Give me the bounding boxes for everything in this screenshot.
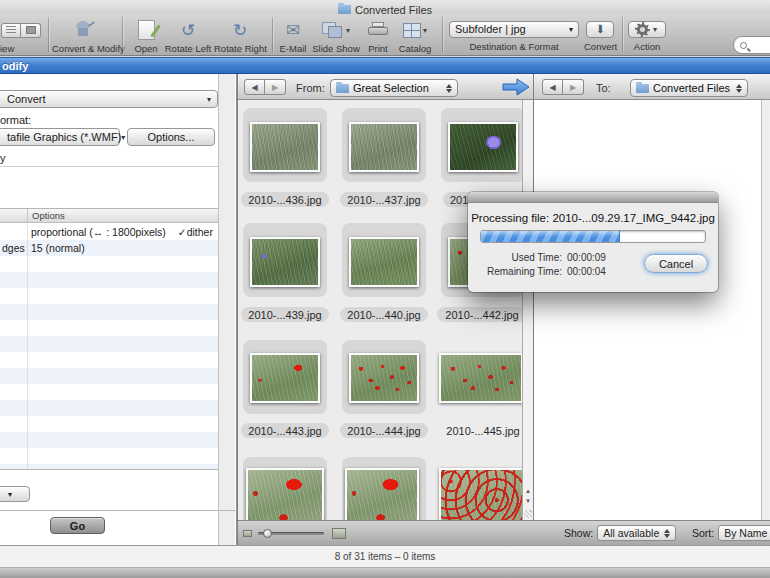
folder-icon bbox=[338, 5, 351, 14]
source-thumbnail-grid: 2010-...436.jpg 2010-...437.jpg 2010-...… bbox=[238, 100, 533, 520]
thumbnail-filename[interactable]: 2010-...445.jpg bbox=[437, 423, 529, 438]
thumbnail-photo[interactable] bbox=[439, 468, 525, 520]
divider bbox=[0, 510, 237, 511]
panel-divider bbox=[237, 74, 238, 545]
print-button[interactable]: Print bbox=[362, 18, 394, 54]
thumbnail-photo[interactable] bbox=[345, 468, 419, 520]
thumbnail-filename[interactable]: 2010-...443.jpg bbox=[241, 423, 329, 438]
thumbnail-photo[interactable] bbox=[448, 122, 518, 172]
show-popup[interactable]: All available bbox=[597, 525, 676, 541]
thumbnail-filename[interactable]: 2010-...440.jpg bbox=[340, 307, 428, 322]
source-folder-popup[interactable]: Great Selection bbox=[330, 79, 458, 97]
search-icon bbox=[740, 42, 747, 49]
convert-button[interactable]: ➥ Convert bbox=[584, 18, 616, 52]
chevron-down-icon: ▾ bbox=[121, 133, 125, 142]
thumbnail-photo[interactable] bbox=[349, 122, 419, 172]
remaining-time-value: 00:00:04 bbox=[567, 266, 606, 277]
forward-button[interactable]: ▶ bbox=[265, 79, 286, 95]
cancel-button[interactable]: Cancel bbox=[644, 254, 708, 273]
thumbnail-photo[interactable] bbox=[246, 468, 324, 520]
thumbnail-photo[interactable] bbox=[349, 353, 419, 403]
status-bar: 8 of 31 items – 0 items bbox=[0, 545, 770, 567]
modifications-table: Options proportional (↔ : 1800pixels) ✓d… bbox=[0, 208, 219, 470]
sort-label: Sort: bbox=[692, 527, 714, 539]
back-button[interactable]: ◀ bbox=[542, 79, 563, 95]
thumbnail-filename[interactable]: 2010-...442.jpg bbox=[437, 307, 527, 322]
transfer-arrow-icon bbox=[502, 78, 530, 96]
dialog-titlebar[interactable] bbox=[468, 192, 718, 203]
email-button[interactable]: ✉ E-Mail bbox=[276, 18, 310, 54]
scroll-up-icon[interactable]: ▲ bbox=[523, 488, 533, 494]
remaining-time-label: Remaining Time: bbox=[474, 266, 562, 277]
pane-header-title: odify bbox=[2, 60, 28, 72]
divider bbox=[0, 166, 219, 167]
thumbnail-view-button[interactable] bbox=[21, 23, 41, 38]
modify-section-label: y bbox=[0, 152, 6, 164]
rotate-right-button[interactable]: ↻ Rotate Right bbox=[214, 18, 266, 54]
format-dropdown[interactable]: tafile Graphics (*.WMF) ▾ bbox=[0, 128, 120, 146]
source-header: ◀ ▶ From: Great Selection bbox=[238, 74, 533, 100]
window-bottom-edge bbox=[0, 567, 770, 578]
large-thumbnails-icon bbox=[332, 528, 346, 539]
scrollbar-gutter[interactable] bbox=[218, 74, 235, 545]
dest-header: ◀ ▶ To: Converted Files bbox=[534, 74, 770, 100]
format-options-button[interactable]: Options... bbox=[127, 128, 215, 146]
toolbar-separator bbox=[122, 17, 123, 52]
open-document-icon bbox=[138, 20, 155, 40]
open-button[interactable]: Open bbox=[128, 18, 164, 54]
slideshow-button[interactable]: ▾ Slide Show bbox=[312, 18, 360, 54]
slideshow-icon bbox=[322, 22, 344, 39]
thumbnail-photo[interactable] bbox=[250, 122, 320, 172]
processing-file-text: Processing file: 2010-...09.29.17_IMG_94… bbox=[468, 212, 718, 224]
scroll-grip[interactable] bbox=[524, 510, 532, 518]
dest-folder-popup[interactable]: Converted Files bbox=[630, 79, 748, 97]
convert-modify-button[interactable]: Convert & Modify bbox=[52, 18, 116, 54]
slider-knob[interactable] bbox=[263, 529, 272, 538]
small-thumbnails-icon bbox=[243, 530, 252, 537]
to-label: To: bbox=[596, 82, 611, 94]
chevron-down-icon: ▾ bbox=[207, 95, 211, 104]
thumbnail-photo[interactable] bbox=[250, 237, 320, 287]
thumbnail-photo[interactable] bbox=[349, 237, 419, 287]
destination-format-dropdown[interactable]: Subfolder | jpg ▾ bbox=[449, 21, 579, 38]
source-scrollbar[interactable]: ▲ ▼ bbox=[522, 100, 533, 520]
table-row[interactable]: proportional (↔ : 1800pixels) ✓dither bbox=[0, 224, 219, 240]
thumbnail-filename[interactable]: 2010-...437.jpg bbox=[340, 192, 428, 207]
catalog-button[interactable]: ▾ Catalog bbox=[394, 18, 436, 54]
table-row[interactable]: dges 15 (normal) bbox=[0, 240, 219, 256]
toolbar-separator bbox=[442, 17, 443, 52]
scroll-down-icon[interactable]: ▼ bbox=[523, 498, 533, 504]
rotate-right-icon: ↻ bbox=[233, 22, 247, 39]
toolbar-separator bbox=[48, 17, 49, 52]
rotate-left-button[interactable]: ↺ Rotate Left bbox=[164, 18, 212, 54]
gear-icon bbox=[637, 24, 648, 35]
table-header-row: Options bbox=[0, 209, 219, 223]
dest-scrollbar[interactable] bbox=[761, 100, 770, 545]
forward-button[interactable]: ▶ bbox=[563, 79, 584, 95]
list-view-button[interactable] bbox=[1, 23, 21, 38]
print-icon bbox=[368, 22, 388, 38]
action-button[interactable]: ▾ Action bbox=[628, 18, 666, 52]
dest-file-area bbox=[534, 100, 770, 545]
mode-dropdown[interactable]: Convert ▾ bbox=[0, 90, 218, 108]
go-button[interactable]: Go bbox=[50, 517, 105, 534]
thumbnail-size-slider[interactable] bbox=[258, 532, 324, 535]
search-input[interactable] bbox=[733, 36, 770, 54]
thumbnail-filename[interactable]: 2010-...444.jpg bbox=[340, 423, 428, 438]
chevron-down-icon: ▾ bbox=[653, 25, 657, 34]
add-modification-dropdown[interactable]: ▾ bbox=[0, 486, 30, 502]
thumbnail-filename[interactable]: 2010-...436.jpg bbox=[241, 192, 329, 207]
popup-arrows-icon bbox=[736, 84, 742, 93]
thumbnail-photo[interactable] bbox=[439, 353, 523, 403]
chevron-down-icon: ▾ bbox=[423, 26, 427, 35]
thumbnail-photo[interactable] bbox=[250, 353, 320, 403]
email-icon: ✉ bbox=[286, 22, 300, 39]
thumbnail-filename[interactable]: 2010-...439.jpg bbox=[241, 307, 329, 322]
back-button[interactable]: ◀ bbox=[244, 79, 265, 95]
format-label: ormat: bbox=[0, 114, 31, 126]
item-count-status: 8 of 31 items – 0 items bbox=[335, 551, 436, 562]
progress-bar-fill bbox=[481, 231, 620, 242]
list-view-icon bbox=[6, 26, 16, 34]
sort-popup[interactable]: By Name bbox=[718, 525, 770, 541]
view-mode-group[interactable]: iew bbox=[0, 18, 42, 54]
